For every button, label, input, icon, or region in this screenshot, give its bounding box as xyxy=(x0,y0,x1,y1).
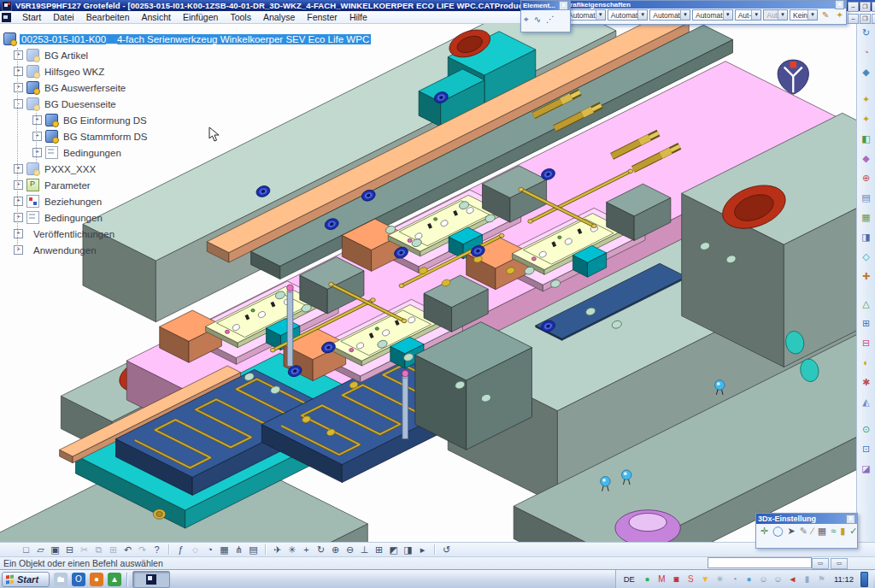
tray-status-green-icon[interactable]: ● xyxy=(642,573,653,585)
mail-shortcut-icon[interactable]: O xyxy=(72,573,85,586)
chevron-down-icon[interactable]: ▼ xyxy=(723,10,732,20)
tray-usb-icon[interactable]: ✳ xyxy=(714,573,725,585)
tree-item-label[interactable]: BG Einformung DS xyxy=(62,115,149,126)
new-component-icon[interactable]: ✦ xyxy=(860,93,873,106)
menu-fenster[interactable]: Fenster xyxy=(301,11,344,23)
catalog-browser-icon[interactable]: ◆ xyxy=(860,66,873,79)
menu-hilfe[interactable]: Hilfe xyxy=(344,11,373,23)
graphic-properties-dropdown-1[interactable]: Automat▼ xyxy=(565,9,606,21)
graphic-properties-panel[interactable]: Grafikeigenschaften x Automat▼Automat▼Au… xyxy=(562,0,847,25)
collapse-icon[interactable]: - xyxy=(14,99,23,109)
contact-constraint-icon[interactable]: ⊞ xyxy=(860,317,873,330)
spline-icon[interactable]: ∿ xyxy=(531,14,543,25)
view-compass[interactable] xyxy=(778,60,808,94)
chevron-down-icon[interactable]: ▼ xyxy=(596,10,605,20)
tray-network-icon[interactable]: ▮ xyxy=(802,573,813,585)
tray-volume-icon[interactable]: ◄ xyxy=(787,573,798,585)
open-file-icon[interactable]: ▱ xyxy=(33,544,48,556)
update-icon[interactable]: ↻ xyxy=(860,26,873,39)
whats-this-icon[interactable]: ? xyxy=(150,544,164,555)
close-button[interactable]: ✕ xyxy=(872,14,875,24)
expand-icon[interactable]: + xyxy=(32,115,42,125)
pan-icon[interactable]: + xyxy=(299,544,314,555)
chevron-down-icon[interactable]: ▼ xyxy=(680,10,690,20)
update-all-icon[interactable]: ↺ xyxy=(439,544,454,556)
menu-start[interactable]: Start xyxy=(16,11,47,23)
restore-button[interactable]: ❐ xyxy=(860,14,871,24)
graphic-properties-dropdown-5[interactable]: Aut-▼ xyxy=(735,9,762,21)
tree-item-bedingungen[interactable]: +Bedingungen xyxy=(3,144,294,161)
hide-show-icon[interactable]: ▸ xyxy=(415,544,430,556)
measure-between-icon[interactable]: ⊙ xyxy=(860,423,873,436)
speed-icon[interactable]: ≈ xyxy=(830,526,837,537)
tree-item-label[interactable]: BG Stammform DS xyxy=(62,132,149,142)
chevron-down-icon[interactable]: ▼ xyxy=(637,10,647,20)
guide-pin[interactable] xyxy=(402,370,408,438)
shading-mode-icon[interactable]: ◨ xyxy=(401,544,415,556)
tree-item-label[interactable]: Bedingungen xyxy=(43,213,104,223)
minimize-button[interactable]: – xyxy=(848,2,859,12)
tree-item-label[interactable]: Parameter xyxy=(43,180,92,191)
expand-icon[interactable]: + xyxy=(14,164,23,173)
locating-ring[interactable] xyxy=(615,510,680,542)
close-button[interactable]: ✕ xyxy=(872,2,875,12)
tree-item-pxxx-xxx[interactable]: +PXXX_XXX xyxy=(3,161,294,177)
fast-multi-instantiation-icon[interactable]: ✚ xyxy=(860,270,873,283)
rotate-icon[interactable]: ↻ xyxy=(314,544,328,556)
tray-m-app-icon[interactable]: M xyxy=(656,573,667,585)
tray-agent1-icon[interactable]: ☺ xyxy=(758,573,769,585)
browser-shortcut-icon[interactable]: ● xyxy=(90,573,103,586)
save-icon[interactable]: ▣ xyxy=(48,544,62,556)
expand-icon[interactable]: + xyxy=(14,229,23,238)
existing-component-icon[interactable]: ◆ xyxy=(860,152,873,165)
menu-datei[interactable]: Datei xyxy=(47,11,80,23)
expand-icon[interactable]: + xyxy=(14,213,23,222)
sectioning-icon[interactable]: ◪ xyxy=(860,462,873,475)
graphic-properties-dropdown-3[interactable]: Automat▼ xyxy=(649,9,690,21)
chevron-down-icon[interactable]: ▼ xyxy=(751,10,760,20)
expand-icon[interactable]: + xyxy=(14,245,23,255)
ruler-icon[interactable]: ∕ xyxy=(811,526,814,537)
3dx-settings-palette[interactable]: 3Dx-Einstellung x ✛◯➤✎∕▦≈▮✓ xyxy=(755,513,858,549)
tree-item-bg-duesenseite[interactable]: -BG Duesenseite xyxy=(3,96,294,112)
design-table-icon[interactable]: ▦ xyxy=(217,544,232,556)
menu-bearbeiten[interactable]: Bearbeiten xyxy=(80,11,136,23)
tree-item-bg-einformung-ds[interactable]: +BG Einformung DS xyxy=(3,112,294,128)
tree-item-bedingungen[interactable]: +Bedingungen xyxy=(3,209,294,226)
expand-icon[interactable]: + xyxy=(14,67,23,76)
status-button-2[interactable]: ▭ xyxy=(831,558,848,569)
tree-item-label[interactable]: BG Auswerferseite xyxy=(43,83,127,93)
angle-constraint-icon[interactable]: ◐ xyxy=(860,356,873,369)
replace-component-icon[interactable]: ⊕ xyxy=(860,172,873,185)
element-palette[interactable]: Element... x ⌖∿⋰ xyxy=(520,0,571,32)
expand-icon[interactable]: + xyxy=(14,180,23,190)
tray-flag-icon[interactable]: ⚑ xyxy=(816,573,827,585)
power-input-field[interactable] xyxy=(708,557,812,568)
tree-item-label[interactable]: BG Duesenseite xyxy=(43,99,118,109)
select-mode-icon[interactable]: ➤ xyxy=(787,526,796,537)
expand-icon[interactable]: + xyxy=(14,83,23,92)
tray-warning-icon[interactable]: ▼ xyxy=(700,573,711,585)
undo-icon[interactable]: ↶ xyxy=(120,544,135,556)
graphic-properties-dropdown-4[interactable]: Automat▼ xyxy=(692,9,733,21)
status-button-1[interactable]: ▭ xyxy=(812,558,829,569)
new-part-icon[interactable]: ✦ xyxy=(860,113,873,126)
comment-icon[interactable]: ◌ xyxy=(188,544,203,555)
tree-item-label[interactable]: Bedingungen xyxy=(62,148,123,158)
language-indicator[interactable]: DE xyxy=(621,574,637,584)
viewport-3d[interactable]: 00253-015-I01-K00__4-fach Serienwerkzeug… xyxy=(0,24,856,542)
tray-ball-icon[interactable]: ● xyxy=(743,573,755,585)
tree-filter-icon[interactable]: ▤ xyxy=(246,544,261,556)
selective-load-icon[interactable]: ◨ xyxy=(860,231,873,244)
show-desktop-button[interactable] xyxy=(860,572,868,587)
chevron-down-icon[interactable]: ▼ xyxy=(807,10,817,20)
guide-pin[interactable] xyxy=(287,285,294,367)
menu-tools[interactable]: Tools xyxy=(224,11,257,23)
assembly-symmetry-icon[interactable]: ◭ xyxy=(860,396,873,409)
tree-root-node[interactable]: 00253-015-I01-K00__4-fach Serienwerkzeug… xyxy=(3,31,294,47)
tree-item-label[interactable]: PXXX_XXX xyxy=(43,164,97,174)
tree-root-label[interactable]: 00253-015-I01-K00__4-fach Serienwerkzeug… xyxy=(20,34,371,44)
tree-item-bg-auswerferseite[interactable]: +BG Auswerferseite xyxy=(3,79,294,96)
multi-view-icon[interactable]: ⊞ xyxy=(372,544,386,556)
print-icon[interactable]: ⊟ xyxy=(62,544,77,556)
